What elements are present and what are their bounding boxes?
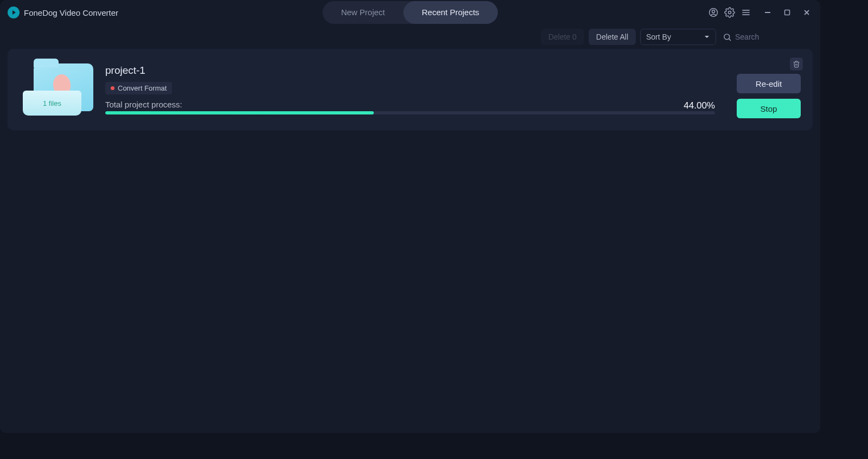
reedit-button[interactable]: Re-edit (737, 74, 801, 93)
search-box (720, 29, 813, 45)
maximize-icon[interactable] (781, 7, 793, 18)
project-files-count: 1 files (43, 99, 61, 107)
delete-all-button[interactable]: Delete All (589, 29, 636, 45)
close-icon[interactable] (801, 7, 813, 18)
project-info: project-1 Convert Format Total project p… (105, 65, 715, 114)
svg-point-2 (729, 11, 731, 14)
sort-by-dropdown[interactable]: Sort By (640, 29, 716, 45)
progress-label: Total project process: (105, 100, 182, 109)
tab-recent-projects[interactable]: Recent Projects (403, 1, 497, 24)
project-name: project-1 (105, 65, 715, 76)
progress-bar-fill (105, 111, 374, 114)
stop-button[interactable]: Stop (737, 99, 801, 118)
svg-point-1 (712, 10, 715, 12)
delete-project-button[interactable] (790, 58, 803, 71)
app-window: FoneDog Video Converter New Project Rece… (0, 0, 820, 433)
convert-tag-label: Convert Format (118, 84, 167, 92)
project-actions: Re-edit Stop (737, 74, 801, 118)
titlebar-right (707, 7, 813, 18)
status-dot-icon (111, 86, 114, 90)
svg-point-10 (724, 34, 730, 39)
minimize-icon[interactable] (762, 7, 774, 18)
progress-percent: 44.00% (684, 100, 715, 111)
svg-line-11 (729, 39, 731, 41)
svg-rect-7 (785, 10, 790, 15)
tab-new-project[interactable]: New Project (323, 1, 404, 24)
menu-icon[interactable] (740, 7, 752, 18)
settings-icon[interactable] (724, 7, 736, 18)
window-controls (762, 7, 813, 18)
titlebar-left: FoneDog Video Converter (8, 7, 118, 18)
projects-list: 1 files project-1 Convert Format Total p… (0, 49, 820, 433)
main-tabbar: New Project Recent Projects (323, 1, 498, 24)
toolbar: Delete 0 Delete All Sort By (0, 25, 820, 49)
user-icon[interactable] (707, 7, 719, 18)
titlebar: FoneDog Video Converter New Project Rece… (0, 0, 820, 25)
app-logo-icon (8, 7, 20, 18)
search-icon (723, 33, 732, 42)
chevron-down-icon (704, 34, 710, 40)
project-folder-icon: 1 files (23, 63, 93, 116)
app-title: FoneDog Video Converter (24, 8, 118, 17)
project-card: 1 files project-1 Convert Format Total p… (8, 49, 813, 130)
delete-selected-button[interactable]: Delete 0 (541, 29, 584, 45)
sort-by-label: Sort By (646, 33, 671, 41)
convert-format-tag: Convert Format (105, 82, 172, 94)
progress-section: Total project process: 44.00% (105, 100, 715, 114)
search-input[interactable] (735, 33, 810, 41)
progress-bar (105, 111, 715, 114)
